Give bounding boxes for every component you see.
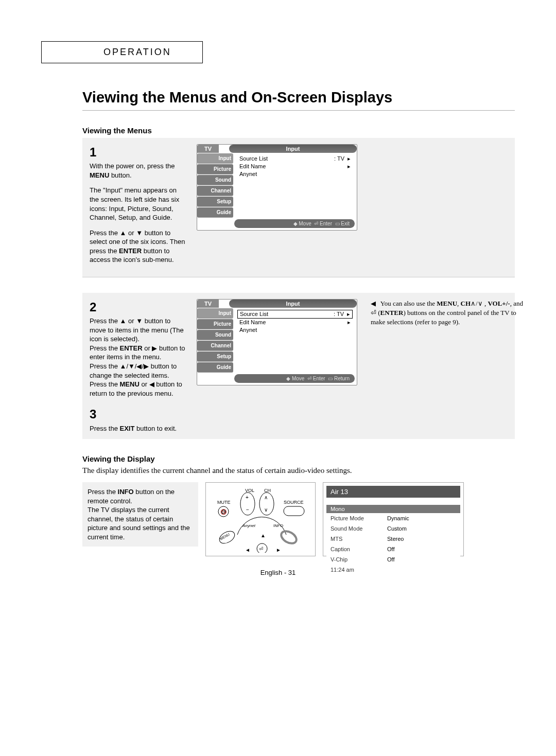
osd-footer-2: ◆ Move ⏎ Enter ▭ Return bbox=[234, 374, 355, 383]
osd2-tab-sound: Sound bbox=[197, 330, 233, 340]
dl-b: INFO bbox=[118, 488, 134, 496]
info-v2: Stereo bbox=[387, 536, 404, 542]
osd2-tv-label: TV bbox=[197, 300, 219, 308]
info-header: Air 13 bbox=[326, 486, 460, 498]
osd-row1-value: : TV bbox=[334, 155, 351, 162]
display-block: Press the INFO button on the remote cont… bbox=[82, 482, 515, 556]
step2-number: 2 bbox=[90, 299, 187, 315]
osd-row2-label: Edit Name bbox=[239, 163, 266, 170]
osd-tv-label: TV bbox=[197, 145, 219, 153]
osd-foot1-move: Move bbox=[299, 221, 311, 226]
osd-foot2-exit: Return bbox=[334, 376, 350, 381]
osd2-row2-arrow bbox=[344, 319, 351, 326]
sn-2c: VOL+/- bbox=[488, 300, 510, 307]
side-note: You can also use the MENU, CH∧/∨ , VOL+/… bbox=[371, 299, 525, 327]
osd-row3-label: Anynet bbox=[239, 171, 257, 177]
info-k3: Caption bbox=[331, 546, 387, 552]
display-intro: The display identifies the current chann… bbox=[82, 466, 515, 475]
step2-p4b: MENU bbox=[120, 380, 140, 388]
svg-text:−: − bbox=[246, 507, 249, 513]
osd-tab-sound: Sound bbox=[197, 175, 233, 185]
info-v3: Off bbox=[387, 546, 394, 552]
remote-info-label: INFO bbox=[273, 523, 283, 528]
source-button-icon bbox=[284, 506, 304, 516]
svg-text:+: + bbox=[246, 495, 249, 500]
step2-text: 2 Press the ▲ or ▼ button to move to ite… bbox=[90, 299, 187, 433]
info-sub: Mono bbox=[326, 505, 460, 513]
dpad-right-icon: ► bbox=[276, 547, 281, 553]
remote-mute-label: MUTE bbox=[217, 500, 231, 505]
osd2-row2-label: Edit Name bbox=[239, 319, 266, 326]
step2-p1: Press the ▲ or ▼ button to move to items… bbox=[90, 317, 184, 343]
osd2-sidebar: Input Picture Sound Channel Setup Guide bbox=[197, 308, 233, 373]
dl-a: Press the bbox=[88, 488, 118, 496]
info-k5: 11:24 am bbox=[331, 567, 387, 573]
section-viewing-display: Viewing the Display bbox=[82, 454, 515, 463]
osd-row2-arrow bbox=[344, 163, 351, 170]
info-v4: Off bbox=[387, 556, 394, 562]
sn-1c: , bbox=[457, 300, 459, 307]
osd-tab-guide: Guide bbox=[197, 207, 233, 218]
info-grid: Picture ModeDynamic Sound ModeCustom MTS… bbox=[326, 513, 460, 575]
step2-p3: Press the ▲/▼/◀/▶ button to change the s… bbox=[90, 362, 177, 379]
dl-d: The TV displays the current channel, the… bbox=[88, 505, 193, 541]
info-v1: Custom bbox=[387, 525, 407, 532]
sn-updown-icon: ∧/∨ bbox=[471, 300, 483, 307]
step3-p1a: Press the bbox=[90, 425, 120, 432]
page-title: Viewing the Menus and On-Screen Displays bbox=[82, 89, 515, 106]
step2-p2b: ENTER bbox=[120, 344, 143, 352]
osd-foot1-enter: Enter bbox=[320, 221, 332, 226]
step1-p2: The "Input" menu appears on the screen. … bbox=[90, 186, 187, 222]
step3-p1c: button to exit. bbox=[134, 425, 177, 432]
osd2-tab-input: Input bbox=[197, 308, 233, 319]
step1-p1c: button. bbox=[109, 171, 131, 179]
step-block-2: 2 Press the ▲ or ▼ button to move to ite… bbox=[82, 293, 515, 439]
remote-ch-label: CH bbox=[264, 488, 271, 493]
step1-text: 1 With the power on, press the MENU butt… bbox=[90, 144, 187, 271]
display-left-text: Press the INFO button on the remote cont… bbox=[82, 482, 198, 547]
dpad-left-icon: ◄ bbox=[245, 547, 250, 553]
remote-source-label: SOURCE bbox=[284, 500, 304, 505]
osd-tab-input: Input bbox=[197, 153, 233, 164]
osd-footer-1: ◆ Move ⏎ Enter ▭ Exit bbox=[234, 219, 355, 228]
osd2-row3-label: Anynet bbox=[239, 327, 257, 333]
sn-2b: , bbox=[483, 300, 488, 307]
step3-number: 3 bbox=[90, 406, 187, 423]
osd-foot1-exit: Exit bbox=[341, 221, 350, 226]
info-panel: Air 13 Mono Picture ModeDynamic Sound Mo… bbox=[323, 482, 464, 556]
step1-p1a: With the power on, press the bbox=[90, 162, 175, 170]
osd-row1-label: Source List bbox=[239, 155, 268, 162]
operation-label: OPERATION bbox=[103, 47, 171, 57]
osd-tab-setup: Setup bbox=[197, 197, 233, 207]
info-button-highlight bbox=[279, 529, 299, 546]
operation-tab: OPERATION bbox=[41, 41, 203, 63]
sn-2a: CH bbox=[461, 300, 471, 307]
osd2-tab-channel: Channel bbox=[197, 341, 233, 351]
info-v0: Dynamic bbox=[387, 515, 409, 521]
osd-sidebar: Input Picture Sound Channel Setup Guide bbox=[197, 153, 233, 218]
osd2-tab-picture: Picture bbox=[197, 319, 233, 329]
info-k4: V-Chip bbox=[331, 556, 387, 562]
step2-p2a: Press the bbox=[90, 344, 120, 352]
sn-1b: MENU bbox=[437, 300, 457, 307]
step3-p1b: EXIT bbox=[120, 425, 135, 432]
step1-number: 1 bbox=[90, 144, 187, 161]
sn-1a: You can also use the bbox=[380, 300, 437, 307]
remote-illustration: VOL CH MUTE SOURCE 🔇 +− ∧∨ Anynet INFO M… bbox=[205, 482, 316, 556]
enter-glyph: ⏎ bbox=[259, 546, 263, 552]
osd-title: Input bbox=[229, 145, 357, 153]
step1-p3b: ENTER bbox=[119, 247, 142, 255]
section-viewing-menus: Viewing the Menus bbox=[82, 126, 515, 135]
osd2-tab-guide: Guide bbox=[197, 362, 233, 373]
osd-tab-channel: Channel bbox=[197, 186, 233, 196]
step2-p4a: Press the bbox=[90, 380, 120, 388]
svg-text:∧: ∧ bbox=[264, 495, 268, 500]
osd2-title: Input bbox=[229, 300, 357, 308]
osd2-content: Source List: TV Edit Name Anynet bbox=[233, 308, 357, 373]
osd2-row1-value: : TV bbox=[334, 311, 350, 318]
dpad-up-icon: ▲ bbox=[260, 533, 266, 538]
osd2-row1-label: Source List bbox=[240, 311, 268, 318]
osd2-tab-setup: Setup bbox=[197, 351, 233, 362]
mute-glyph: 🔇 bbox=[220, 508, 227, 515]
sn-enter-icon: ⏎ bbox=[371, 309, 376, 317]
